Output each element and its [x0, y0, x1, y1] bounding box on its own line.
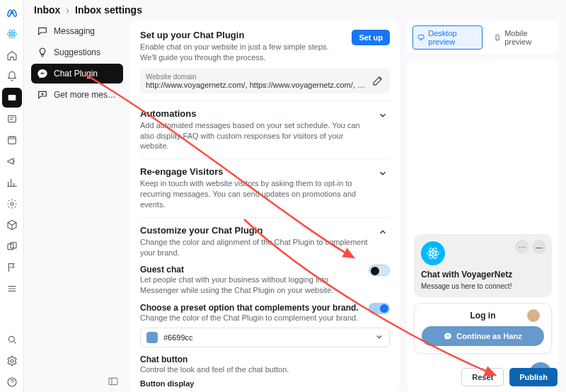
color-hex-value: #6699cc [163, 333, 369, 342]
svg-rect-6 [8, 137, 16, 144]
cards-icon[interactable] [2, 236, 22, 256]
cube-icon[interactable] [2, 215, 22, 235]
messenger-icon [37, 68, 48, 79]
chat-header: ⋯ — Chat with VoyagerNetz Message us her… [414, 234, 552, 297]
collapse-icon[interactable] [103, 373, 123, 392]
chat-button-title: Chat button [140, 354, 390, 364]
color-select[interactable]: #6699cc [140, 328, 390, 347]
chart-icon[interactable] [2, 173, 22, 192]
preview-column: Desktop preview Mobile preview ⋯ — [407, 21, 559, 392]
search-icon[interactable] [2, 330, 22, 350]
chevron-down-icon [375, 333, 383, 342]
desktop-icon [417, 33, 424, 42]
lightbulb-icon [37, 47, 48, 58]
preset-desc: Change the color of the Chat Plugin to c… [140, 313, 363, 323]
edit-icon[interactable] [371, 74, 384, 87]
sidebar-item-label: Get more mess… [54, 90, 117, 100]
guest-chat-desc: Let people chat with your business witho… [140, 275, 363, 296]
meta-logo[interactable] [2, 3, 22, 23]
section-automations: Automations Add automated messages based… [140, 108, 390, 160]
tab-label: Desktop preview [428, 29, 478, 46]
tab-label: Mobile preview [504, 29, 549, 46]
section-desc: Add automated messages based on your set… [140, 120, 370, 152]
guest-chat-row: Guest chat Let people chat with your bus… [140, 265, 390, 296]
breadcrumb-current: Inbox settings [75, 4, 142, 16]
publish-button[interactable]: Publish [509, 368, 558, 386]
chat-title: Chat with VoyagerNetz [421, 270, 545, 279]
user-avatar[interactable] [527, 309, 540, 322]
reset-button[interactable]: Reset [461, 368, 504, 386]
login-label: Log in [470, 311, 496, 321]
preview-stage: ⋯ — Chat with VoyagerNetz Message us her… [407, 59, 559, 392]
domain-label: Website domain [146, 73, 366, 81]
tab-desktop-preview[interactable]: Desktop preview [412, 25, 483, 50]
chat-widget-preview: ⋯ — Chat with VoyagerNetz Message us her… [414, 234, 552, 385]
website-domain-field[interactable]: Website domain http://www.voyagernetz.co… [140, 69, 390, 93]
inbox-icon[interactable] [2, 88, 22, 108]
guest-chat-title: Guest chat [140, 265, 363, 275]
settings-sidebar: Messaging Suggestions Chat Plugin Get mo… [31, 21, 123, 392]
calendar-icon[interactable] [2, 130, 22, 150]
chevron-down-icon[interactable] [376, 108, 390, 122]
chevron-down-icon[interactable] [376, 166, 390, 180]
sidebar-item-label: Messaging [54, 26, 95, 36]
flag-icon[interactable] [2, 258, 22, 277]
svg-rect-4 [8, 95, 16, 100]
bell-icon[interactable] [2, 67, 22, 86]
menu-icon[interactable] [2, 279, 22, 299]
megaphone-icon[interactable] [2, 151, 22, 171]
domain-value: http://www.voyagernetz.com/, https://www… [146, 81, 366, 89]
section-desc: Enable chat on your website in just a fe… [140, 42, 346, 63]
mobile-icon [494, 33, 501, 42]
home-icon[interactable] [2, 45, 22, 65]
svg-point-11 [11, 359, 13, 362]
section-desc: Change the color and alignment of the Ch… [140, 237, 370, 258]
setup-button[interactable]: Set up [352, 30, 390, 45]
color-swatch-icon [146, 332, 158, 343]
post-icon[interactable] [2, 109, 22, 129]
sidebar-item-chat-plugin[interactable]: Chat Plugin [31, 64, 123, 83]
svg-point-10 [8, 336, 14, 342]
button-display-label: Button display [140, 379, 390, 388]
chevron-right-icon: › [66, 4, 69, 16]
sidebar-item-suggestions[interactable]: Suggestions [31, 42, 123, 62]
section-title: Customize your Chat Plugin [140, 225, 370, 236]
sidebar-item-label: Suggestions [54, 47, 100, 57]
rail-react-icon[interactable] [2, 24, 22, 44]
sidebar-item-label: Chat Plugin [54, 69, 98, 79]
settings-icon[interactable] [2, 351, 22, 371]
footer-actions: Reset Publish [461, 368, 558, 386]
breadcrumb: Inbox › Inbox settings [24, 0, 566, 20]
chat-button-row: Chat button Control the look and feel of… [140, 354, 390, 388]
section-title: Automations [140, 108, 370, 119]
chevron-up-icon[interactable] [376, 225, 390, 239]
tab-mobile-preview[interactable]: Mobile preview [490, 26, 553, 49]
section-reengage: Re-engage Visitors Keep in touch with we… [140, 166, 390, 218]
svg-point-3 [11, 33, 12, 35]
business-avatar [421, 241, 445, 265]
section-title: Re-engage Visitors [140, 166, 370, 177]
gear-icon[interactable] [2, 194, 22, 214]
settings-panel: Set up your Chat Plugin Enable chat on y… [130, 21, 400, 392]
section-desc: Keep in touch with website visitors by a… [140, 178, 370, 210]
minimize-icon[interactable]: — [532, 240, 546, 254]
chat-greeting: Message us here to connect! [421, 282, 545, 290]
preset-toggle[interactable] [369, 303, 390, 314]
sidebar-item-get-more[interactable]: Get more mess… [31, 85, 123, 105]
preset-title: Choose a preset option that complements … [140, 303, 363, 313]
chat-button-desc: Control the look and feel of the chat bu… [140, 364, 390, 375]
continue-label: Continue as Hanz [456, 332, 521, 340]
more-icon[interactable]: ⋯ [515, 240, 529, 254]
guest-chat-toggle[interactable] [369, 265, 390, 276]
svg-point-19 [432, 253, 434, 255]
continue-as-button[interactable]: Continue as Hanz [422, 326, 544, 346]
section-customize: Customize your Chat Plugin Change the co… [140, 225, 390, 392]
svg-rect-14 [418, 35, 424, 39]
breadcrumb-root[interactable]: Inbox [34, 4, 60, 16]
svg-point-7 [11, 202, 13, 205]
sidebar-item-messaging[interactable]: Messaging [31, 21, 123, 41]
messenger-icon [444, 332, 452, 340]
chat-login-card: Log in Continue as Hanz [414, 303, 552, 354]
chat-bubble-icon [37, 25, 48, 37]
help-icon[interactable] [2, 372, 22, 392]
